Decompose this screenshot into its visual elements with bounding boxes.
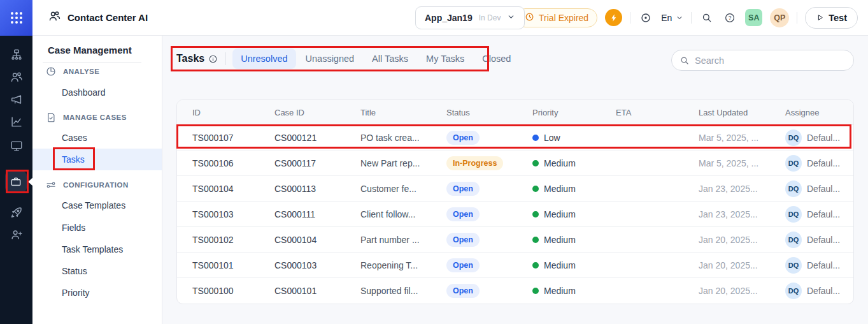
app-launcher-button[interactable] [0,0,32,36]
table-row[interactable]: TS000104 CS000113 Customer fe... Open Me… [177,176,853,202]
task-id-cell: TS000106 [177,158,274,168]
avatar-qp[interactable]: QP [770,8,789,27]
priority-label: Medium [544,158,576,168]
column-header-case-id: Case ID [274,108,360,117]
boost-lightning-button[interactable] [605,9,622,26]
sidebar-item-cases[interactable]: Cases [32,127,162,149]
last-updated-cell: Jan 23, 2025... [699,209,785,219]
priority-dot [532,262,539,269]
sidebar-section-configuration[interactable]: CONFIGURATION [32,174,162,196]
sidebar-section-manage-cases[interactable]: MANAGE CASES [32,107,162,128]
document-check-icon [45,112,57,123]
rocket-icon[interactable] [9,205,24,220]
last-updated-cell: Jan 20, 2025... [699,235,785,245]
priority-cell: Medium [532,158,616,168]
info-icon[interactable] [208,54,218,64]
last-updated-cell: Jan 20, 2025... [699,260,785,270]
tasks-table: ID Case ID Title Status Priority ETA Las… [176,99,854,304]
monitor-icon[interactable] [9,138,24,154]
status-cell: Open [446,131,532,145]
last-updated-cell: Jan 23, 2025... [699,184,785,194]
priority-dot [532,186,539,192]
trial-expired-badge[interactable]: Trial Expired [516,8,597,27]
sidebar-section-analyse[interactable]: ANALYSE [32,61,162,82]
sidebar-item-status[interactable]: Status [32,260,162,282]
target-icon[interactable] [638,10,653,26]
rail-item-case-management[interactable] [5,171,27,193]
assignee-name: Defaul... [807,260,840,270]
tab-all-tasks[interactable]: All Tasks [364,48,416,69]
avatar-sa[interactable]: SA [745,9,762,26]
priority-cell: Low [532,133,616,143]
sidebar-item-priority[interactable]: Priority [32,282,162,304]
title-cell: New Part rep... [360,158,446,168]
assignee-cell: DQ Defaul... [785,206,853,223]
assignee-cell: DQ Defaul... [785,129,853,146]
assignee-name: Defaul... [807,133,840,143]
main-content: Tasks Unresolved Unassigned All Tasks My… [162,36,868,324]
users-icon[interactable] [9,70,24,85]
language-selector[interactable]: En [661,13,683,23]
app-environment-badge: In Dev [479,13,501,22]
table-row[interactable]: TS000107 CS000121 PO task crea... Open L… [177,125,853,151]
title-cell: Part number ... [360,235,446,245]
divider [630,12,630,24]
status-badge: In-Progress [446,156,503,170]
assignee-cell: DQ Defaul... [785,257,853,274]
priority-label: Medium [544,209,576,219]
priority-dot [532,160,539,166]
search-icon[interactable] [699,10,715,26]
table-row[interactable]: TS000101 CS000103 Reopening T... Open Me… [177,253,853,278]
status-badge: Open [446,284,480,298]
column-header-status: Status [446,108,532,117]
table-row[interactable]: TS000103 CS000111 Client follow... Open … [177,202,853,227]
title-cell: Client follow... [360,209,446,219]
chevron-down-icon [676,14,683,22]
megaphone-icon[interactable] [9,92,24,107]
sidebar-item-case-templates[interactable]: Case Templates [32,195,162,216]
divider [225,52,226,65]
line-chart-icon[interactable] [9,114,24,129]
priority-cell: Medium [532,286,616,296]
task-id-cell: TS000103 [177,209,274,219]
help-icon[interactable]: ? [722,10,737,26]
app-window: Contact Center AI App_Jan19 In Dev Trial… [0,0,868,324]
task-id-cell: TS000101 [177,260,274,270]
sitemap-icon[interactable] [9,47,24,63]
case-id-cell: CS000113 [274,184,360,194]
language-label: En [661,13,672,23]
tab-unresolved[interactable]: Unresolved [232,48,295,69]
svg-text:?: ? [729,15,732,21]
tab-closed[interactable]: Closed [474,48,519,69]
sidebar-item-task-templates[interactable]: Task Templates [32,239,162,260]
tab-unassigned[interactable]: Unassigned [297,48,363,69]
priority-dot [532,211,539,217]
last-updated-cell: Mar 5, 2025, ... [699,133,785,143]
sidebar-item-dashboard[interactable]: Dashboard [32,82,162,103]
table-header-row: ID Case ID Title Status Priority ETA Las… [177,100,853,125]
priority-label: Medium [544,235,576,245]
title-cell: Supported fil... [360,286,446,296]
status-cell: Open [446,207,532,221]
sidebar-item-tasks[interactable]: Tasks [32,149,162,170]
assignee-name: Defaul... [807,184,840,194]
app-selector-dropdown[interactable]: App_Jan19 In Dev [415,6,525,29]
search-icon [679,55,690,66]
tab-my-tasks[interactable]: My Tasks [418,48,473,69]
table-row[interactable]: TS000106 CS000117 New Part rep... In-Pro… [177,151,853,176]
user-plus-icon[interactable] [9,227,24,242]
priority-label: Low [544,133,560,143]
play-icon [816,13,824,22]
top-header: Contact Center AI App_Jan19 In Dev Trial… [0,0,868,36]
case-id-cell: CS000103 [274,260,360,270]
table-row[interactable]: TS000100 CS000101 Supported fil... Open … [177,278,853,304]
status-cell: Open [446,284,532,298]
table-row[interactable]: TS000102 CS000104 Part number ... Open M… [177,227,853,253]
product-name: Contact Center AI [68,12,148,23]
test-button[interactable]: Test [805,7,858,29]
priority-cell: Medium [532,260,616,270]
sidebar-item-fields[interactable]: Fields [32,217,162,239]
priority-dot [532,237,539,243]
clock-icon [525,12,534,24]
search-input[interactable] [695,55,846,66]
